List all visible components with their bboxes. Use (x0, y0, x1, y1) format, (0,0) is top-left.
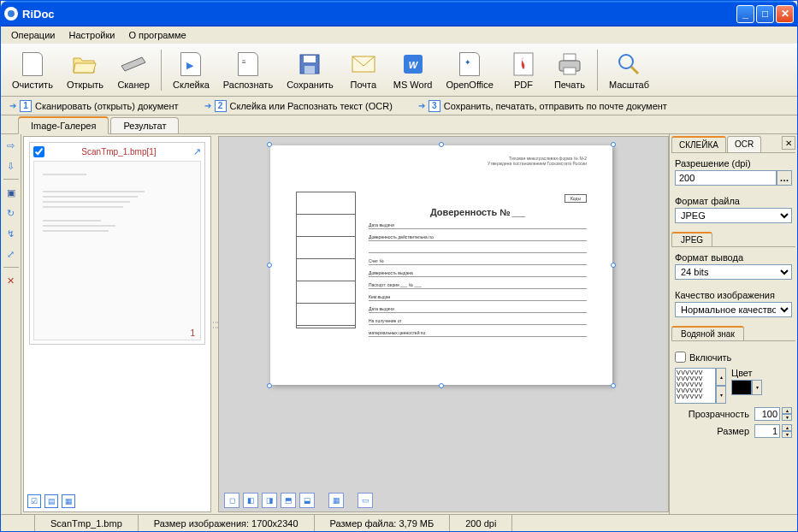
preview-pane[interactable]: Типовая межотраслевая форма № М-2 Утверж… (218, 136, 669, 512)
view-bottom-button[interactable]: ⬓ (299, 493, 315, 508)
svg-text:W: W (408, 60, 418, 70)
maximize-button[interactable]: □ (756, 5, 774, 23)
select-all-button[interactable]: ☑ (27, 494, 41, 508)
print-button[interactable]: Печать (547, 46, 592, 94)
view-top-button[interactable]: ⬒ (281, 493, 296, 508)
resolution-input[interactable] (675, 170, 777, 186)
openoffice-button[interactable]: ✦ OpenOffice (440, 46, 499, 94)
svg-point-11 (619, 55, 633, 68)
step-2-label: Склейка или Распознать текст (OCR) (230, 101, 393, 111)
word-icon: W (399, 50, 427, 78)
step-1[interactable]: ➔ 1 Сканировать (открыть) документ (9, 100, 179, 112)
arrow-right-icon: ➔ (418, 101, 425, 110)
app-window: RiDoc _ □ ✕ Операции Настройки О програм… (0, 0, 798, 532)
arrow-right-icon: ➔ (204, 101, 211, 110)
view-right-button[interactable]: ◨ (262, 493, 277, 508)
thumb-checkbox[interactable] (33, 146, 44, 157)
stitch-icon: ▶ (177, 50, 204, 78)
step-1-label: Сканировать (открыть) документ (35, 101, 179, 111)
pin-icon[interactable]: ↗ (193, 146, 201, 157)
tool-b-button[interactable]: ⤢ (3, 246, 19, 262)
clear-button[interactable]: Очистить (6, 46, 59, 94)
opacity-up[interactable]: ▴ (782, 407, 792, 414)
outformat-select[interactable]: 24 bits (675, 264, 792, 280)
document-tabs: Image-Галерея Результат (1, 115, 797, 134)
pdf-button[interactable]: PDF (501, 46, 546, 94)
settings-panel: СКЛЕЙКА OCR ✕ Разрешение (dpi) … Формат … (669, 134, 797, 514)
folder-open-icon (71, 50, 98, 78)
tab-stitch-settings[interactable]: СКЛЕЙКА (671, 136, 726, 152)
subtab-jpeg[interactable]: JPEG (671, 232, 712, 246)
quality-select[interactable]: Нормальное качество (675, 302, 792, 317)
step-3[interactable]: ➔ 3 Сохранить, печатать, отправить по по… (418, 100, 667, 112)
open-button[interactable]: Открыть (61, 46, 109, 94)
view-list-button[interactable]: ▤ (44, 494, 58, 508)
grid-toggle-button[interactable]: ▦ (328, 493, 344, 508)
size-input[interactable] (754, 424, 780, 438)
arrow-right-button[interactable]: ⇨ (3, 138, 19, 153)
svg-line-12 (631, 67, 638, 74)
subtab-watermark[interactable]: Водяной знак (671, 326, 744, 340)
opacity-label: Прозрачность (675, 409, 753, 419)
msword-label: MS Word (393, 80, 433, 90)
tool-a-button[interactable]: ↯ (3, 226, 19, 241)
save-thumb-button[interactable]: ▣ (3, 185, 19, 200)
quality-label: Качество изображения (675, 290, 792, 300)
tab-image-gallery[interactable]: Image-Галерея (18, 116, 109, 134)
view-mode-button[interactable]: ▭ (358, 493, 373, 508)
size-up[interactable]: ▴ (782, 424, 792, 431)
fileformat-select[interactable]: JPEG (675, 208, 792, 223)
view-left-button[interactable]: ◧ (243, 493, 258, 508)
watermark-enable-checkbox[interactable] (675, 352, 686, 363)
watermark-color-swatch[interactable] (731, 380, 752, 395)
msword-button[interactable]: W MS Word (387, 46, 439, 94)
pattern-up[interactable]: ▴ (716, 368, 726, 386)
size-down[interactable]: ▾ (782, 431, 792, 438)
step-2[interactable]: ➔ 2 Склейка или Распознать текст (OCR) (204, 100, 393, 112)
rotate-button[interactable]: ↻ (3, 205, 19, 221)
svg-rect-2 (304, 56, 316, 62)
tab-ocr-settings[interactable]: OCR (727, 136, 761, 152)
color-dropdown[interactable]: ▾ (752, 380, 762, 395)
menu-about[interactable]: О программе (121, 28, 192, 42)
tab-result[interactable]: Результат (110, 117, 179, 133)
color-label: Цвет (731, 368, 762, 378)
statusbar: ScanTmp_1.bmp Размер изображения: 1700x2… (1, 514, 797, 531)
thumb-filename: ScanTmp_1.bmp[1] (81, 147, 156, 157)
save-button[interactable]: Сохранить (281, 46, 340, 94)
arrow-down-button[interactable]: ⇩ (3, 158, 19, 174)
menu-operations[interactable]: Операции (4, 28, 62, 42)
pdf-icon (510, 50, 537, 78)
zoom-button[interactable]: Масштаб (603, 46, 655, 94)
save-label: Сохранить (287, 80, 334, 90)
stitch-button[interactable]: ▶ Склейка (167, 46, 216, 94)
clear-label: Очистить (12, 80, 53, 90)
document-page[interactable]: Типовая межотраслевая форма № М-2 Утверж… (270, 145, 612, 385)
scanner-button[interactable]: Сканер (111, 46, 156, 94)
mail-button[interactable]: Почта (341, 46, 386, 94)
opacity-input[interactable] (754, 407, 780, 421)
resolution-browse-button[interactable]: … (777, 170, 792, 186)
step-number: 2 (215, 100, 227, 112)
watermark-pattern[interactable]: VVVVVV VVVVVV VVVVVV VVVVVV VVVVVV (675, 368, 716, 404)
view-grid-button[interactable]: ▦ (62, 494, 75, 508)
menu-settings[interactable]: Настройки (62, 28, 121, 42)
close-button[interactable]: ✕ (776, 5, 794, 23)
thumbnail-image[interactable]: 1 (33, 161, 201, 340)
ocr-icon: ≡ (234, 50, 262, 78)
openoffice-label: OpenOffice (446, 80, 493, 90)
panel-close-button[interactable]: ✕ (782, 136, 795, 150)
minimize-button[interactable]: _ (736, 5, 754, 23)
fit-button[interactable]: ◻ (224, 493, 239, 508)
main-toolbar: Очистить Открыть Сканер ▶ Склейка ≡ Расп… (1, 44, 797, 97)
app-icon (4, 7, 18, 21)
pdf-label: PDF (514, 80, 533, 90)
step-number: 3 (429, 100, 440, 112)
thumbnail[interactable]: ScanTmp_1.bmp[1] ↗ 1 (29, 142, 205, 345)
recognize-button[interactable]: ≡ Распознать (217, 46, 279, 94)
status-filename: ScanTmp_1.bmp (35, 515, 139, 531)
opacity-down[interactable]: ▾ (782, 414, 792, 421)
delete-button[interactable]: ✕ (3, 273, 19, 288)
stitch-label: Склейка (173, 80, 210, 90)
pattern-down[interactable]: ▾ (716, 386, 726, 404)
